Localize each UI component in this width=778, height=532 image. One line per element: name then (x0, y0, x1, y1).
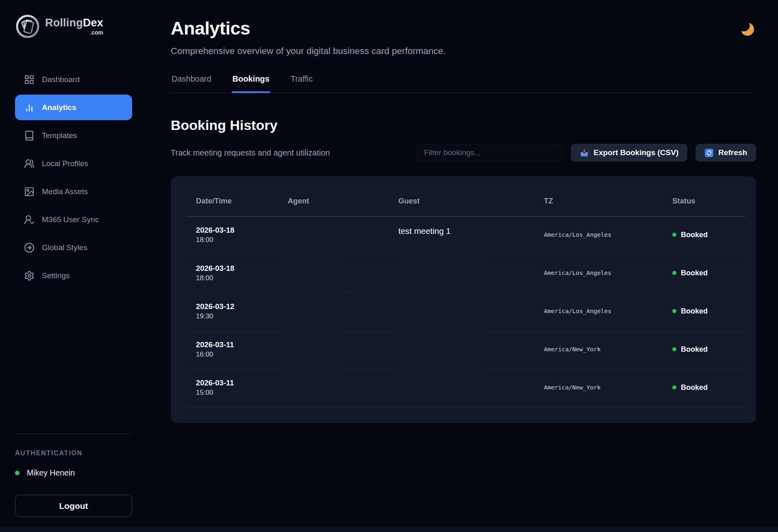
cell-datetime: 2026-03-11 15:00 (186, 378, 278, 397)
status-badge: Booked (681, 383, 708, 392)
cell-tz: America/Los_Angeles (534, 231, 662, 238)
auth-user-name: Mikey Henein (27, 468, 75, 478)
sidebar-item-label: Global Styles (42, 243, 87, 252)
cell-datetime: 2026-03-18 18:00 (186, 264, 278, 282)
booking-date: 2026-03-12 (196, 302, 278, 311)
cell-datetime: 2026-03-11 16:00 (186, 340, 278, 359)
table-row[interactable]: 2026-03-12 19:30 America/Los_Angeles Boo… (186, 293, 745, 331)
sidebar-item-label: Settings (42, 271, 70, 280)
sidebar-item-label: Analytics (42, 103, 76, 112)
horizontal-scrollbar[interactable] (0, 527, 778, 532)
sidebar-item-analytics[interactable]: Analytics (15, 95, 132, 120)
booking-table-card: Date/Time Agent Guest TZ Status 2026-03-… (171, 176, 756, 423)
sidebar-item-settings[interactable]: Settings (15, 263, 132, 288)
booking-date: 2026-03-18 (196, 264, 278, 273)
booking-time: 18:00 (196, 236, 278, 244)
cell-guest (388, 378, 534, 379)
cell-tz: America/Los_Angeles (534, 270, 662, 276)
cell-status: Booked (662, 231, 745, 239)
column-header-guest: Guest (388, 197, 534, 205)
gear-icon (24, 270, 35, 281)
rollingdex-cards-logo-icon (15, 14, 40, 39)
booking-date: 2026-03-18 (196, 226, 278, 235)
status-dot (672, 347, 676, 351)
status-badge: Booked (681, 307, 708, 316)
sidebar-item-templates[interactable]: Templates (15, 123, 132, 148)
tab-traffic[interactable]: Traffic (290, 74, 313, 93)
cell-datetime: 2026-03-18 18:00 (186, 226, 278, 244)
brand-logo: RollingDex .com (15, 14, 132, 39)
cell-status: Booked (662, 345, 745, 354)
booking-time: 16:00 (196, 350, 278, 359)
column-header-status: Status (662, 197, 745, 205)
refresh-button[interactable]: Refresh (695, 144, 756, 162)
user-check-icon (24, 214, 35, 225)
sidebar-item-dashboard[interactable]: Dashboard (15, 67, 132, 92)
circle-arrow-right-icon (24, 242, 35, 253)
sidebar-item-label: Media Assets (42, 187, 88, 196)
status-badge: Booked (681, 231, 708, 239)
booking-time: 19:30 (196, 312, 278, 320)
tab-bar: Dashboard Bookings Traffic (171, 74, 756, 93)
sidebar-divider (15, 434, 132, 434)
status-dot (672, 233, 676, 237)
table-row[interactable]: 2026-03-11 15:00 America/New_York Booked (186, 370, 745, 407)
row-divider (186, 407, 745, 408)
cell-guest (388, 340, 534, 341)
sidebar-auth-section: AUTHENTICATION Mikey Henein Logout (15, 434, 132, 517)
brand-tld: .com (45, 30, 103, 35)
main-content: Analytics (147, 0, 778, 532)
cell-status: Booked (662, 307, 745, 316)
booking-time: 15:00 (196, 389, 278, 397)
page-title: Analytics (171, 18, 250, 39)
sidebar-item-label: M365 User Sync (42, 215, 99, 224)
cell-tz: America/Los_Angeles (534, 308, 662, 314)
cell-status: Booked (662, 383, 745, 392)
column-header-tz: TZ (534, 197, 662, 205)
moon-icon (737, 19, 756, 38)
auth-section-label: AUTHENTICATION (15, 450, 132, 457)
export-bookings-button[interactable]: Export Bookings (CSV) (571, 144, 687, 162)
auth-user: Mikey Henein (15, 468, 132, 478)
tab-dashboard[interactable]: Dashboard (171, 74, 212, 93)
status-badge: Booked (681, 345, 708, 354)
bar-chart-icon (24, 102, 35, 113)
status-dot (672, 309, 676, 313)
logout-button[interactable]: Logout (15, 495, 132, 517)
export-bookings-label: Export Bookings (CSV) (593, 148, 678, 157)
tab-bookings[interactable]: Bookings (232, 74, 270, 93)
cell-status: Booked (662, 269, 745, 277)
column-header-datetime: Date/Time (186, 197, 278, 205)
online-status-dot (15, 471, 20, 475)
theme-toggle-button[interactable] (737, 19, 756, 39)
brand-name-primary: Rolling (45, 17, 83, 29)
section-subtitle: Track meeting requests and agent utiliza… (171, 148, 330, 158)
book-icon (24, 130, 35, 141)
table-row[interactable]: 2026-03-18 18:00 America/Los_Angeles Boo… (186, 255, 745, 293)
brand-name-secondary: Dex (83, 17, 103, 29)
sidebar-item-label: Templates (42, 131, 77, 140)
booking-date: 2026-03-11 (196, 340, 278, 349)
brand-wordmark: RollingDex .com (45, 17, 103, 35)
table-row[interactable]: 2026-03-18 18:00 test meeting 1 America/… (186, 217, 745, 255)
column-header-agent: Agent (278, 197, 388, 205)
status-dot (672, 385, 676, 389)
cell-guest: test meeting 1 (388, 225, 534, 236)
filter-bookings-input[interactable] (416, 144, 563, 162)
status-dot (672, 271, 676, 275)
page-subtitle: Comprehensive overview of your digital b… (171, 46, 756, 56)
sidebar-item-label: Dashboard (42, 75, 80, 84)
sidebar-item-local-profiles[interactable]: Local Profiles (15, 151, 132, 176)
sidebar-item-m365-user-sync[interactable]: M365 User Sync (15, 207, 132, 232)
grid-icon (24, 74, 35, 85)
sidebar-item-global-styles[interactable]: Global Styles (15, 235, 132, 260)
inbox-tray-icon (580, 148, 589, 158)
refresh-label: Refresh (718, 148, 747, 157)
section-title: Booking History (171, 117, 756, 133)
sidebar-item-media-assets[interactable]: Media Assets (15, 179, 132, 204)
refresh-arrows-icon (704, 148, 714, 158)
status-badge: Booked (681, 269, 708, 277)
cell-guest (388, 302, 534, 303)
table-header-row: Date/Time Agent Guest TZ Status (186, 185, 745, 216)
table-row[interactable]: 2026-03-11 16:00 America/New_York Booked (186, 331, 745, 369)
